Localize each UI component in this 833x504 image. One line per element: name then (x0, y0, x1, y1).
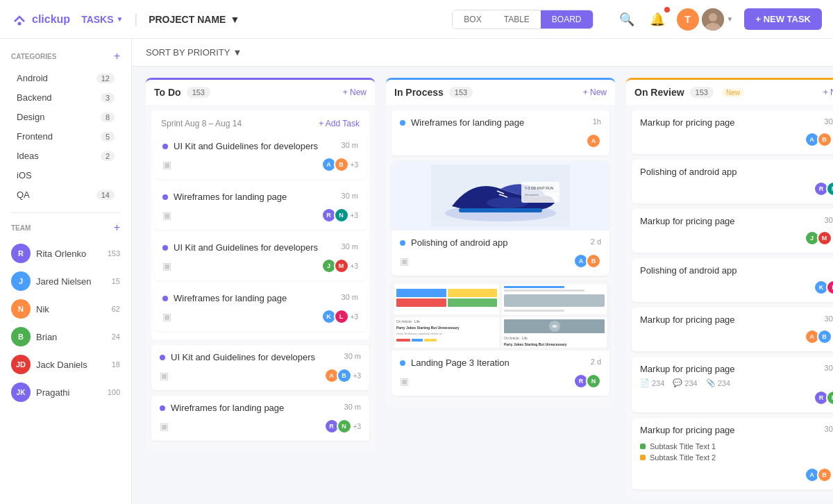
user-menu[interactable]: T ▼ (677, 8, 734, 31)
todo-card-2[interactable]: Wireframes for landing page 30 m ▣ R N +… (154, 185, 367, 230)
avatar-group: A B +3 (324, 368, 361, 383)
notification-badge (664, 7, 670, 12)
sprint-header: Sprint Aug 8 – Aug 14 + Add Task (154, 113, 367, 134)
inprocess-card-3[interactable]: On Article · Life Party Jokes Starting B… (392, 281, 609, 396)
team-member-jared[interactable]: J Jared Nielsen 15 (0, 267, 131, 295)
column-todo-body: Sprint Aug 8 – Aug 14 + Add Task UI Kit … (146, 105, 375, 452)
sidebar-item-qa[interactable]: QA 14 (6, 185, 126, 204)
avatar-group: A B +3 (805, 467, 833, 482)
task-icon: ▣ (160, 370, 169, 381)
app-layout: CATEGORIES + Android 12 Backend 3 Design… (0, 39, 833, 504)
add-team-button[interactable]: + (114, 221, 120, 234)
avatar-jared: J (11, 271, 31, 291)
priority-dot (160, 405, 165, 411)
avatar: M (334, 258, 349, 274)
subtask-dot (640, 444, 646, 449)
add-category-button[interactable]: + (114, 50, 120, 62)
new-task-button[interactable]: + NEW TASK (744, 8, 822, 30)
project-chevron-icon: ▼ (230, 14, 239, 25)
priority-dot (162, 144, 168, 149)
avatar-group: R N +3 (321, 208, 358, 223)
priority-dot (400, 240, 405, 246)
team-member-rita[interactable]: R Rita Orlenko 153 (0, 240, 131, 267)
search-button[interactable]: 🔍 (616, 8, 638, 31)
onreview-card-3[interactable]: Markup for pricing page 30 m J M +3 (632, 209, 833, 253)
inprocess-new-button[interactable]: + New (583, 87, 607, 97)
column-inprocess-header: In Process 153 + New (386, 78, 615, 105)
tab-table[interactable]: TABLE (493, 10, 541, 28)
column-onreview: On Review 153 New + New Markup for prici… (626, 78, 833, 498)
onreview-card-2[interactable]: Polishing of android app 1h R N (632, 160, 833, 203)
tab-box[interactable]: BOX (453, 10, 492, 28)
svg-point-0 (18, 22, 22, 25)
avatar: N (334, 208, 349, 223)
team-member-nik[interactable]: N Nik 62 (0, 295, 131, 323)
sidebar-item-backend[interactable]: Backend 3 (6, 88, 126, 107)
avatar: N (826, 390, 833, 405)
avatar-group: J M +3 (805, 230, 833, 246)
avatar-group: R N +3 (324, 419, 361, 434)
add-task-button[interactable]: + Add Task (319, 119, 360, 128)
sidebar-item-android[interactable]: Android 12 (6, 69, 126, 87)
priority-dot (400, 360, 405, 366)
team-member-jack[interactable]: JD Jack Daniels 18 (0, 351, 131, 378)
task-icon: ▣ (400, 255, 409, 267)
avatar: B (817, 132, 832, 147)
team-member-pragathi[interactable]: JK Pragathi 100 (0, 378, 131, 406)
stat-docs: 📄 234 (640, 378, 664, 387)
sidebar-item-ideas[interactable]: Ideas 2 (6, 146, 126, 165)
team-label: TEAM + (0, 221, 131, 240)
todo-new-button[interactable]: + New (343, 87, 367, 97)
task-icon: ▣ (162, 210, 171, 221)
column-inprocess: In Process 153 + New Wireframes for land… (386, 78, 615, 407)
sidebar: CATEGORIES + Android 12 Backend 3 Design… (0, 39, 132, 504)
avatar: B (337, 368, 352, 383)
avatar-group: A B +3 (805, 329, 833, 344)
svg-rect-13 (524, 197, 552, 199)
sidebar-item-frontend[interactable]: Frontend 5 (6, 127, 126, 146)
avatar-jack: JD (11, 355, 31, 374)
todo-card-6[interactable]: Wireframes for landing page 30 m ▣ R N +… (151, 396, 369, 441)
svg-text:Description: Description (525, 193, 539, 196)
avatar-group: R N (814, 181, 833, 196)
sidebar-item-ios[interactable]: iOS (6, 166, 126, 185)
priority-dot (162, 245, 168, 251)
notification-container: 🔔 (646, 8, 668, 31)
project-name[interactable]: PROJECT NAME ▼ (149, 14, 239, 25)
todo-card-4[interactable]: Wireframes for landing page 30 m ▣ K L +… (154, 286, 367, 331)
tasks-button[interactable]: TASKS ▼ (81, 14, 123, 25)
avatar-group: A (586, 133, 601, 149)
task-icon: ▣ (400, 376, 409, 387)
onreview-card-7[interactable]: Markup for pricing page 30 m Subtask Tit… (632, 418, 833, 489)
onreview-new-button[interactable]: + New (823, 87, 833, 97)
task-image: Y-3 OR KNIT RUN Description (392, 161, 609, 230)
onreview-card-6[interactable]: Markup for pricing page 30 m 📄 234 💬 234 (632, 357, 833, 412)
todo-card-5[interactable]: UI Kit and Guidelines for developers 30 … (151, 345, 369, 390)
avatar-nik: N (11, 299, 31, 319)
sort-button[interactable]: SORT BY PRIORITY ▼ (146, 47, 242, 58)
avatar: B (817, 329, 832, 344)
tasks-chevron-icon: ▼ (117, 15, 124, 23)
inprocess-card-1[interactable]: Wireframes for landing page 1h A (392, 110, 609, 156)
priority-dot (162, 296, 168, 301)
avatar: N (586, 373, 601, 389)
onreview-card-4[interactable]: Polishing of android app 1h K L (632, 258, 833, 302)
sidebar-item-design[interactable]: Design 8 (6, 108, 126, 126)
inprocess-card-2[interactable]: Y-3 OR KNIT RUN Description Polishing of… (392, 161, 609, 276)
avatar-group: A B (573, 253, 601, 269)
task-icon: ▣ (162, 260, 171, 271)
stat-attachments: 📎 234 (706, 378, 730, 387)
user-chevron-icon: ▼ (727, 15, 734, 23)
team-member-brian[interactable]: B Brian 24 (0, 323, 131, 351)
todo-card-1[interactable]: UI Kit and Guidelines for developers 30 … (154, 134, 367, 179)
onreview-card-1[interactable]: Markup for pricing page 30 m A B +3 (632, 110, 833, 154)
logo: clickup (11, 11, 70, 28)
task-card-content: Landing Page 3 Iteration 2 d ▣ R N (392, 351, 609, 396)
view-tabs: BOX TABLE BOARD (452, 10, 593, 29)
todo-card-3[interactable]: UI Kit and Guidelines for developers 30 … (154, 235, 367, 280)
avatar: M (817, 230, 832, 246)
tab-board[interactable]: BOARD (541, 10, 593, 28)
sprint-group: Sprint Aug 8 – Aug 14 + Add Task UI Kit … (151, 110, 369, 339)
onreview-card-5[interactable]: Markup for pricing page 30 m A B +3 (632, 308, 833, 351)
kanban-board: To Do 153 + New Sprint Aug 8 – Aug 14 + … (132, 67, 833, 504)
